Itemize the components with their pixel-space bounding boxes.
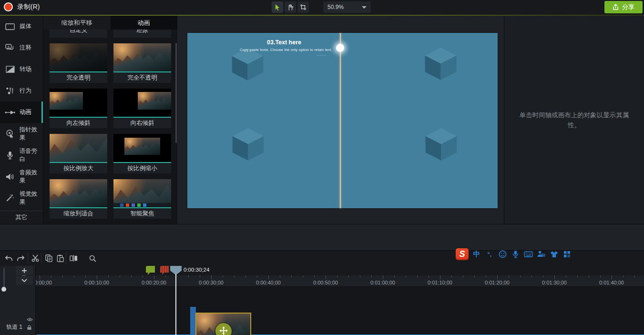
record-icon: [4, 2, 13, 11]
record-button[interactable]: 录制(R): [4, 2, 40, 11]
share-label: 分享: [622, 3, 634, 11]
sidebar-item-animations[interactable]: 动画: [0, 102, 43, 123]
toolbar-divider: [28, 253, 28, 264]
redo-icon: [17, 255, 25, 262]
ime-keyboard-icon[interactable]: [523, 249, 533, 259]
sidebar-item-transitions[interactable]: 转场: [0, 59, 43, 80]
copy-button[interactable]: [43, 253, 54, 264]
canvas-title-text[interactable]: 03.Text here: [267, 39, 301, 46]
magic-wand-icon: [5, 194, 15, 202]
canvas-subtitle-text[interactable]: Copy paste fonts. Choose the only option…: [240, 48, 332, 52]
preset-thumbnail: [50, 134, 107, 163]
ime-person-badge-icon[interactable]: 28: [536, 249, 546, 259]
canvas-playhead-line[interactable]: [340, 33, 341, 208]
sidebar-item-annotations[interactable]: a 注释: [0, 37, 43, 59]
ruler-label: 0:00:20;00: [142, 280, 166, 285]
animations-panel: 缩放和平移 动画 自定义 还原 完全透明 完全不透明 向左倾斜 向右倾斜: [43, 16, 177, 224]
sidebar-item-media[interactable]: 媒体: [0, 16, 43, 37]
sidebar-item-label: 动画: [20, 108, 31, 116]
undo-button[interactable]: [3, 253, 14, 264]
preset-scale-down[interactable]: 按比例缩小: [113, 134, 171, 173]
ime-skin-icon[interactable]: [549, 249, 559, 259]
svg-text:a: a: [8, 45, 10, 48]
ruler-label: 0:00:40;00: [256, 280, 281, 285]
ime-voice-icon[interactable]: [511, 249, 520, 259]
preset-scale-up[interactable]: 按比例放大: [50, 134, 107, 173]
cursor-tool-button[interactable]: [272, 1, 283, 13]
properties-panel: 单击时间轴或画布上的对象以显示其属性。: [504, 16, 644, 224]
cube-graphic: [424, 127, 459, 162]
preset-tilt-right[interactable]: 向右倾斜: [113, 89, 171, 128]
preset-thumbnail: [113, 89, 171, 118]
ruler-label: 0:01:40;00: [599, 280, 624, 285]
track-label: 轨道 1: [6, 323, 22, 331]
dragged-animation-box[interactable]: 缩放到适合: [195, 313, 251, 335]
ime-chinese-icon[interactable]: 中: [472, 249, 481, 259]
redo-button[interactable]: [15, 253, 26, 264]
ruler-label: 0:00:10;00: [84, 280, 109, 285]
sidebar-item-more[interactable]: 其它: [0, 211, 43, 224]
cut-button[interactable]: [30, 253, 41, 264]
ime-toolbar: S 中 °, 28: [456, 247, 572, 261]
sidebar-item-behaviors[interactable]: 行为: [0, 80, 43, 102]
tab-zoom-n-pan[interactable]: 缩放和平移: [43, 16, 111, 30]
canvas-zoom-dropdown[interactable]: 50.9%: [323, 1, 371, 13]
chevron-down-icon: [362, 6, 367, 9]
track-height-slider-handle[interactable]: [1, 287, 6, 292]
ruler-label: 0:01:30;00: [542, 280, 567, 285]
playhead-line[interactable]: [175, 274, 176, 335]
tab-animations[interactable]: 动画: [111, 16, 178, 30]
track-controls: [27, 317, 33, 330]
preset-thumbnail: [50, 43, 107, 72]
toolbar-divider: [41, 253, 41, 264]
preset-thumbnail: [50, 179, 107, 208]
sidebar-item-voice-narration[interactable]: 语音旁白: [0, 144, 43, 166]
ruler-label: 0:01:10;00: [428, 280, 452, 285]
ime-toolbox-icon[interactable]: [562, 249, 572, 259]
canvas-playhead-dot[interactable]: [336, 44, 344, 52]
preset-smart-focus[interactable]: 智能聚焦: [113, 179, 171, 219]
split-button[interactable]: [68, 253, 79, 264]
scissors-icon: [31, 254, 40, 262]
canvas-stage[interactable]: 03.Text here Copy paste fonts. Choose th…: [187, 33, 498, 208]
sidebar-item-cursor-effects[interactable]: 指针效果: [0, 123, 43, 144]
timeline-ruler[interactable]: 0:00:00;000:00:10;000:00:20;000:00:30;00…: [36, 275, 644, 287]
lock-icon[interactable]: [27, 325, 32, 330]
ime-punctuation-icon[interactable]: °,: [485, 249, 494, 259]
canvas-tool-tray: [272, 1, 309, 13]
preset-thumbnail: [113, 134, 171, 163]
pan-tool-button[interactable]: [285, 1, 296, 13]
timeline-zoom-button[interactable]: [87, 253, 98, 264]
film-icon: [5, 23, 15, 30]
ruler-label: 0:01:00;00: [370, 280, 395, 285]
share-icon: [613, 4, 619, 10]
crop-tool-button[interactable]: [297, 1, 309, 13]
preset-restore[interactable]: 还原: [113, 30, 171, 38]
playback-bar: 00:30 / 02:28 属性: [0, 224, 644, 250]
marker-red-flag[interactable]: [160, 266, 169, 275]
collapse-tracks-button[interactable]: [16, 276, 33, 285]
ruler-label: 0:00:50;00: [313, 280, 338, 285]
marker-green-flag[interactable]: [146, 266, 155, 275]
add-track-button[interactable]: [16, 266, 33, 275]
preset-tilt-left[interactable]: 向左倾斜: [50, 89, 107, 128]
preset-full-transparency[interactable]: 完全透明: [50, 43, 107, 83]
eye-icon[interactable]: [27, 317, 33, 322]
ime-emoji-icon[interactable]: [498, 249, 507, 259]
speech-bubbles-icon: a: [5, 44, 15, 52]
taskbar-strip: [113, 203, 171, 207]
preset-custom[interactable]: 自定义: [50, 30, 107, 38]
sogou-logo-icon[interactable]: S: [456, 248, 469, 260]
ruler-label: 0:01:20;00: [485, 280, 510, 285]
toolbar-divider: [66, 253, 66, 264]
panel-scrollbar[interactable]: [175, 43, 177, 143]
svg-text:28: 28: [542, 254, 545, 256]
microphone-icon: [5, 151, 15, 160]
preset-full-opacity[interactable]: 完全不透明: [113, 43, 171, 83]
sidebar: 媒体 a 注释 转场 行为 动画 指针效果 语音旁白 音频效果: [0, 16, 43, 224]
sidebar-item-visual-effects[interactable]: 视觉效果: [0, 187, 43, 209]
share-button[interactable]: 分享: [604, 1, 643, 13]
paste-button[interactable]: [54, 253, 66, 264]
preset-zoom-to-fit[interactable]: 缩放到适合: [50, 179, 107, 219]
sidebar-item-audio-effects[interactable]: 音频效果: [0, 166, 43, 187]
